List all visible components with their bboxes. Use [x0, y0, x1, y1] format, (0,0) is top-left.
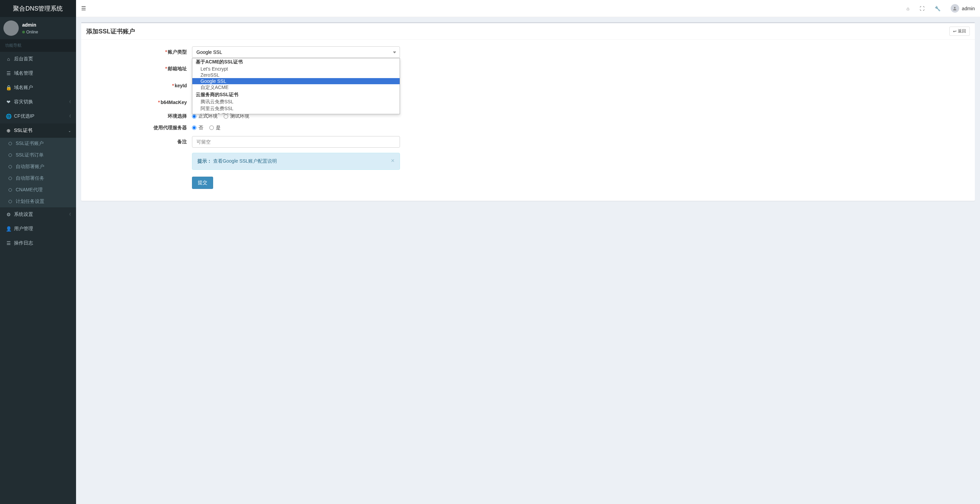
- user-avatar: [3, 21, 19, 36]
- wrench-icon[interactable]: 🔧: [935, 6, 940, 11]
- submenu-cron[interactable]: 计划任务设置: [0, 196, 76, 207]
- env-radio-input[interactable]: [224, 114, 228, 119]
- shield-icon: ⊕: [5, 128, 12, 134]
- chevron-left-icon: 〈: [67, 114, 71, 119]
- submenu-label: SSL证书账户: [16, 140, 44, 146]
- sidebar-item-label: 系统设置: [14, 211, 33, 218]
- user-name: admin: [22, 22, 38, 27]
- dropdown-option[interactable]: 腾讯云免费SSL: [192, 99, 399, 105]
- circle-icon: [8, 176, 12, 180]
- label-remark: 备注: [86, 139, 192, 145]
- submenu-label: 计划任务设置: [16, 199, 45, 205]
- chevron-left-icon: 〈: [67, 100, 71, 104]
- circle-icon: [8, 142, 12, 145]
- home-icon: ⌂: [5, 56, 12, 62]
- proxy-radio-group: 否是: [192, 125, 400, 131]
- submenu-label: 自动部署账户: [16, 164, 45, 170]
- circle-icon: [8, 165, 12, 169]
- label-proxy: 使用代理服务器: [86, 125, 192, 131]
- remark-input[interactable]: [192, 136, 400, 148]
- globe-icon: 🌐: [5, 114, 12, 119]
- lock-icon: 🔒: [5, 85, 12, 91]
- radio-label: 否: [199, 125, 203, 131]
- fullscreen-icon[interactable]: ⛶: [920, 6, 924, 11]
- close-alert-button[interactable]: ×: [391, 157, 395, 164]
- user-icon: 👤: [5, 226, 12, 232]
- reply-icon: ↩: [953, 29, 956, 34]
- proxy-radio-option[interactable]: 否: [192, 125, 203, 131]
- submenu-cname-proxy[interactable]: CNAME代理: [0, 184, 76, 196]
- dropdown-option[interactable]: ZeroSSL: [192, 72, 399, 78]
- submenu-label: 自动部署任务: [16, 175, 45, 181]
- submenu-ssl-order[interactable]: SSL证书订单: [0, 149, 76, 161]
- sidebar-item-cf-ip[interactable]: 🌐CF优选IP〈: [0, 109, 76, 124]
- radio-label: 是: [216, 125, 221, 131]
- proxy-radio-input[interactable]: [192, 126, 196, 130]
- submenu-ssl-account[interactable]: SSL证书账户: [0, 138, 76, 149]
- home-icon[interactable]: ⌂: [906, 6, 909, 11]
- label-account-type: *账户类型: [86, 49, 192, 55]
- dropdown-option[interactable]: Google SSL: [192, 78, 399, 84]
- chevron-left-icon: 〈: [67, 212, 71, 217]
- navbar-username: admin: [962, 6, 975, 11]
- sidebar-item-label: 用户管理: [14, 226, 33, 232]
- submit-button[interactable]: 提交: [192, 176, 213, 189]
- account-type-select[interactable]: Google SSL: [192, 46, 400, 58]
- dropdown-group-label: 基于ACME的SSL证书: [192, 58, 399, 66]
- chevron-down-icon: ⌄: [68, 129, 71, 133]
- sidebar-item-label: 域名管理: [14, 70, 33, 76]
- svg-point-0: [954, 7, 956, 8]
- back-label: 返回: [958, 28, 966, 34]
- user-status: Online: [22, 30, 38, 35]
- label-email: *邮箱地址: [86, 66, 192, 72]
- dropdown-option[interactable]: 阿里云免费SSL: [192, 105, 399, 112]
- sidebar-item-dashboard[interactable]: ⌂后台首页: [0, 52, 76, 66]
- list-alt-icon: ☰: [5, 240, 12, 246]
- top-navbar: ☰ ⌂ ⛶ 🔧 admin: [76, 0, 980, 17]
- sidebar-item-users[interactable]: 👤用户管理: [0, 222, 76, 236]
- page-title: 添加SSL证书账户: [86, 27, 135, 35]
- gears-icon: ⚙: [5, 212, 12, 217]
- back-button[interactable]: ↩返回: [949, 27, 970, 36]
- tip-link[interactable]: 查看Google SSL账户配置说明: [213, 158, 277, 164]
- user-panel: admin Online: [0, 17, 76, 39]
- sidebar-header: 功能导航: [0, 39, 76, 52]
- circle-icon: [8, 188, 12, 192]
- submenu-label: SSL证书订单: [16, 152, 44, 158]
- sidebar-item-logs[interactable]: ☰操作日志: [0, 236, 76, 250]
- tip-prefix: 提示：: [197, 158, 212, 164]
- sidebar-item-label: CF优选IP: [14, 113, 35, 119]
- dropdown-option[interactable]: 自定义ACME: [192, 84, 399, 91]
- sidebar-item-ssl-cert[interactable]: ⊕SSL证书⌄: [0, 124, 76, 138]
- label-keyid: *keyId: [86, 83, 192, 88]
- circle-icon: [8, 200, 12, 203]
- sidebar-item-label: SSL证书: [14, 127, 32, 134]
- sidebar-item-label: 操作日志: [14, 240, 33, 246]
- dropdown-group-label: 云服务商的SSL证书: [192, 91, 399, 99]
- submenu-deploy-account[interactable]: 自动部署账户: [0, 161, 76, 173]
- sidebar-item-label: 后台首页: [14, 56, 33, 62]
- sidebar-item-system-settings[interactable]: ⚙系统设置〈: [0, 207, 76, 222]
- submenu-label: CNAME代理: [16, 187, 43, 193]
- ssl-submenu: SSL证书账户 SSL证书订单 自动部署账户 自动部署任务 CNAME代理 计划…: [0, 138, 76, 207]
- account-type-dropdown: 基于ACME的SSL证书Let's EncryptZeroSSLGoogle S…: [192, 58, 400, 114]
- label-b64: *b64MacKey: [86, 100, 192, 105]
- tip-alert: × 提示： 查看Google SSL账户配置说明: [192, 153, 400, 170]
- label-env: 环境选择: [86, 113, 192, 119]
- form-box: 添加SSL证书账户 ↩返回 *账户类型 Google SSL 基于ACME的SS…: [81, 22, 975, 201]
- sidebar-item-domain-mgmt[interactable]: ☰域名管理: [0, 66, 76, 81]
- list-icon: ☰: [5, 71, 12, 76]
- proxy-radio-input[interactable]: [209, 126, 214, 130]
- env-radio-input[interactable]: [192, 114, 196, 119]
- dropdown-option[interactable]: UCloud免费SSL: [192, 112, 399, 114]
- app-logo: 聚合DNS管理系统: [0, 0, 76, 17]
- submenu-deploy-task[interactable]: 自动部署任务: [0, 173, 76, 184]
- sidebar-toggle[interactable]: ☰: [81, 5, 86, 11]
- proxy-radio-option[interactable]: 是: [209, 125, 221, 131]
- sidebar-item-failover[interactable]: ❤容灾切换〈: [0, 95, 76, 109]
- avatar-icon: [951, 4, 959, 13]
- navbar-user-menu[interactable]: admin: [951, 4, 975, 13]
- dropdown-option[interactable]: Let's Encrypt: [192, 66, 399, 72]
- sidebar-item-label: 容灾切换: [14, 99, 33, 105]
- sidebar-item-domain-account[interactable]: 🔒域名账户: [0, 81, 76, 95]
